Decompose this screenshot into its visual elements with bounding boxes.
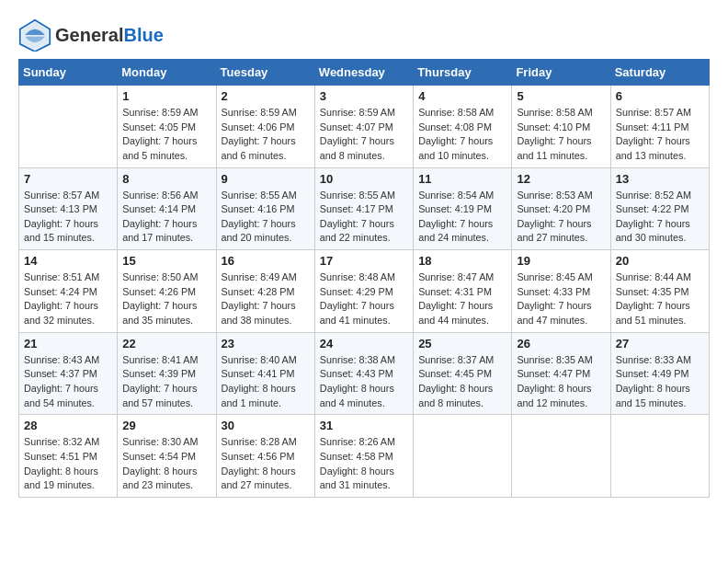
day-number: 2 bbox=[222, 89, 310, 103]
day-number: 28 bbox=[24, 419, 112, 432]
day-info: Sunrise: 8:45 AMSunset: 4:33 PMDaylight:… bbox=[517, 270, 605, 328]
day-number: 27 bbox=[616, 337, 704, 350]
page: GeneralBlue SundayMondayTuesdayWednesday… bbox=[0, 0, 728, 563]
calendar-cell: 14Sunrise: 8:51 AMSunset: 4:24 PMDayligh… bbox=[19, 250, 118, 333]
calendar-cell: 26Sunrise: 8:35 AMSunset: 4:47 PMDayligh… bbox=[512, 332, 610, 415]
calendar-cell: 12Sunrise: 8:53 AMSunset: 4:20 PMDayligh… bbox=[512, 167, 610, 250]
day-info: Sunrise: 8:47 AMSunset: 4:31 PMDaylight:… bbox=[418, 270, 506, 328]
day-info: Sunrise: 8:50 AMSunset: 4:26 PMDaylight:… bbox=[122, 270, 210, 328]
day-number: 18 bbox=[418, 254, 506, 268]
day-number: 4 bbox=[418, 89, 506, 103]
day-info: Sunrise: 8:53 AMSunset: 4:20 PMDaylight:… bbox=[517, 189, 605, 247]
day-info: Sunrise: 8:38 AMSunset: 4:43 PMDaylight:… bbox=[320, 353, 408, 411]
calendar-cell: 4Sunrise: 8:58 AMSunset: 4:08 PMDaylight… bbox=[414, 86, 512, 168]
calendar-cell: 21Sunrise: 8:43 AMSunset: 4:37 PMDayligh… bbox=[19, 332, 118, 415]
day-number: 24 bbox=[320, 337, 408, 350]
day-number: 11 bbox=[418, 172, 506, 186]
header-row: SundayMondayTuesdayWednesdayThursdayFrid… bbox=[19, 60, 710, 86]
week-row-5: 28Sunrise: 8:32 AMSunset: 4:51 PMDayligh… bbox=[19, 415, 710, 498]
calendar-cell: 5Sunrise: 8:58 AMSunset: 4:10 PMDaylight… bbox=[512, 86, 610, 168]
calendar-cell: 30Sunrise: 8:28 AMSunset: 4:56 PMDayligh… bbox=[216, 415, 314, 498]
logo-text: GeneralBlue bbox=[55, 25, 164, 45]
day-info: Sunrise: 8:49 AMSunset: 4:28 PMDaylight:… bbox=[222, 270, 310, 328]
day-number: 21 bbox=[24, 337, 112, 350]
day-info: Sunrise: 8:59 AMSunset: 4:06 PMDaylight:… bbox=[222, 106, 310, 164]
day-info: Sunrise: 8:28 AMSunset: 4:56 PMDaylight:… bbox=[222, 435, 310, 493]
calendar-body: 1Sunrise: 8:59 AMSunset: 4:05 PMDaylight… bbox=[19, 86, 710, 498]
day-info: Sunrise: 8:58 AMSunset: 4:10 PMDaylight:… bbox=[517, 106, 605, 164]
day-info: Sunrise: 8:43 AMSunset: 4:37 PMDaylight:… bbox=[24, 353, 112, 411]
calendar-cell bbox=[512, 415, 610, 498]
calendar-cell: 24Sunrise: 8:38 AMSunset: 4:43 PMDayligh… bbox=[314, 332, 413, 415]
day-info: Sunrise: 8:55 AMSunset: 4:16 PMDaylight:… bbox=[222, 189, 310, 247]
day-info: Sunrise: 8:41 AMSunset: 4:39 PMDaylight:… bbox=[122, 353, 210, 411]
calendar-cell: 15Sunrise: 8:50 AMSunset: 4:26 PMDayligh… bbox=[118, 250, 216, 333]
week-row-2: 7Sunrise: 8:57 AMSunset: 4:13 PMDaylight… bbox=[19, 167, 710, 250]
day-number: 25 bbox=[418, 337, 506, 350]
calendar-header: SundayMondayTuesdayWednesdayThursdayFrid… bbox=[19, 60, 710, 86]
day-info: Sunrise: 8:58 AMSunset: 4:08 PMDaylight:… bbox=[418, 106, 506, 164]
day-number: 1 bbox=[122, 89, 210, 103]
header-cell-friday: Friday bbox=[512, 60, 610, 86]
day-info: Sunrise: 8:59 AMSunset: 4:07 PMDaylight:… bbox=[320, 106, 408, 164]
calendar-cell bbox=[610, 415, 709, 498]
day-info: Sunrise: 8:54 AMSunset: 4:19 PMDaylight:… bbox=[418, 189, 506, 247]
week-row-4: 21Sunrise: 8:43 AMSunset: 4:37 PMDayligh… bbox=[19, 332, 710, 415]
calendar: SundayMondayTuesdayWednesdayThursdayFrid… bbox=[18, 59, 710, 498]
day-number: 7 bbox=[24, 172, 112, 186]
day-number: 5 bbox=[517, 89, 605, 103]
day-number: 12 bbox=[517, 172, 605, 186]
header-cell-monday: Monday bbox=[118, 60, 216, 86]
calendar-cell: 13Sunrise: 8:52 AMSunset: 4:22 PMDayligh… bbox=[610, 167, 709, 250]
calendar-cell: 31Sunrise: 8:26 AMSunset: 4:58 PMDayligh… bbox=[314, 415, 413, 498]
header-cell-thursday: Thursday bbox=[414, 60, 512, 86]
header-cell-wednesday: Wednesday bbox=[314, 60, 413, 86]
logo: GeneralBlue bbox=[18, 18, 164, 52]
header-cell-tuesday: Tuesday bbox=[216, 60, 314, 86]
calendar-cell: 23Sunrise: 8:40 AMSunset: 4:41 PMDayligh… bbox=[216, 332, 314, 415]
calendar-cell: 16Sunrise: 8:49 AMSunset: 4:28 PMDayligh… bbox=[216, 250, 314, 333]
day-info: Sunrise: 8:44 AMSunset: 4:35 PMDaylight:… bbox=[616, 270, 704, 328]
calendar-cell: 8Sunrise: 8:56 AMSunset: 4:14 PMDaylight… bbox=[118, 167, 216, 250]
week-row-3: 14Sunrise: 8:51 AMSunset: 4:24 PMDayligh… bbox=[19, 250, 710, 333]
calendar-cell: 11Sunrise: 8:54 AMSunset: 4:19 PMDayligh… bbox=[414, 167, 512, 250]
day-number: 19 bbox=[517, 254, 605, 268]
day-number: 3 bbox=[320, 89, 408, 103]
calendar-cell: 29Sunrise: 8:30 AMSunset: 4:54 PMDayligh… bbox=[118, 415, 216, 498]
day-info: Sunrise: 8:37 AMSunset: 4:45 PMDaylight:… bbox=[418, 353, 506, 411]
day-number: 6 bbox=[616, 89, 704, 103]
day-info: Sunrise: 8:26 AMSunset: 4:58 PMDaylight:… bbox=[320, 435, 408, 493]
day-number: 26 bbox=[517, 337, 605, 350]
header-cell-saturday: Saturday bbox=[610, 60, 709, 86]
day-number: 31 bbox=[320, 419, 408, 432]
day-info: Sunrise: 8:59 AMSunset: 4:05 PMDaylight:… bbox=[122, 106, 210, 164]
day-number: 22 bbox=[122, 337, 210, 350]
day-number: 8 bbox=[122, 172, 210, 186]
day-info: Sunrise: 8:35 AMSunset: 4:47 PMDaylight:… bbox=[517, 353, 605, 411]
calendar-cell: 2Sunrise: 8:59 AMSunset: 4:06 PMDaylight… bbox=[216, 86, 314, 168]
day-info: Sunrise: 8:52 AMSunset: 4:22 PMDaylight:… bbox=[616, 189, 704, 247]
day-info: Sunrise: 8:30 AMSunset: 4:54 PMDaylight:… bbox=[122, 435, 210, 493]
day-number: 20 bbox=[616, 254, 704, 268]
calendar-cell: 1Sunrise: 8:59 AMSunset: 4:05 PMDaylight… bbox=[118, 86, 216, 168]
calendar-cell: 6Sunrise: 8:57 AMSunset: 4:11 PMDaylight… bbox=[610, 86, 709, 168]
header-cell-sunday: Sunday bbox=[19, 60, 118, 86]
header: GeneralBlue bbox=[18, 18, 710, 52]
day-number: 29 bbox=[122, 419, 210, 432]
day-number: 30 bbox=[222, 419, 310, 432]
day-info: Sunrise: 8:48 AMSunset: 4:29 PMDaylight:… bbox=[320, 270, 408, 328]
calendar-cell: 27Sunrise: 8:33 AMSunset: 4:49 PMDayligh… bbox=[610, 332, 709, 415]
day-number: 10 bbox=[320, 172, 408, 186]
day-info: Sunrise: 8:55 AMSunset: 4:17 PMDaylight:… bbox=[320, 189, 408, 247]
day-number: 16 bbox=[222, 254, 310, 268]
logo-icon bbox=[18, 18, 51, 52]
day-info: Sunrise: 8:57 AMSunset: 4:13 PMDaylight:… bbox=[24, 189, 112, 247]
day-info: Sunrise: 8:56 AMSunset: 4:14 PMDaylight:… bbox=[122, 189, 210, 247]
calendar-cell: 25Sunrise: 8:37 AMSunset: 4:45 PMDayligh… bbox=[414, 332, 512, 415]
calendar-cell: 3Sunrise: 8:59 AMSunset: 4:07 PMDaylight… bbox=[314, 86, 413, 168]
calendar-cell: 18Sunrise: 8:47 AMSunset: 4:31 PMDayligh… bbox=[414, 250, 512, 333]
calendar-cell bbox=[19, 86, 118, 168]
day-number: 17 bbox=[320, 254, 408, 268]
day-info: Sunrise: 8:40 AMSunset: 4:41 PMDaylight:… bbox=[222, 353, 310, 411]
calendar-cell: 19Sunrise: 8:45 AMSunset: 4:33 PMDayligh… bbox=[512, 250, 610, 333]
